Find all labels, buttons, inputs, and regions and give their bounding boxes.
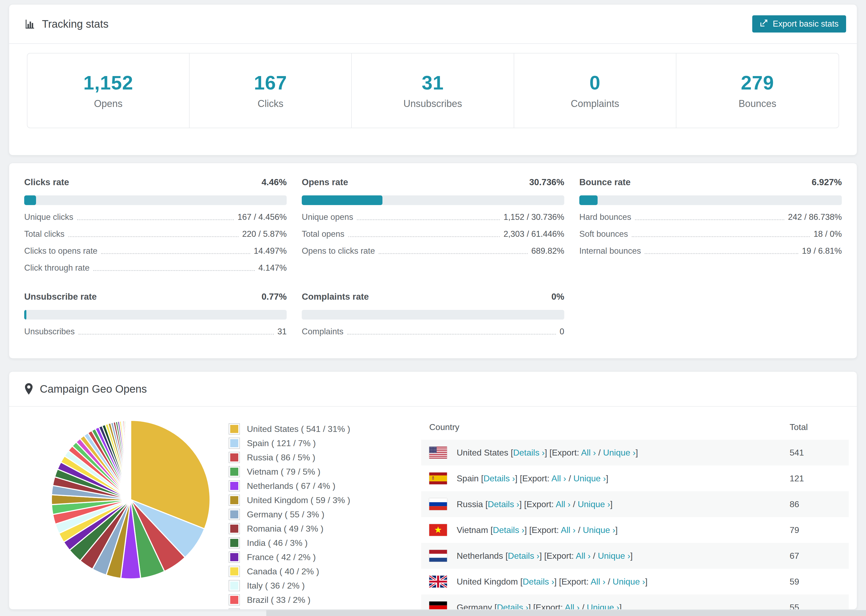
export-all-link[interactable]: All › bbox=[551, 473, 566, 483]
rates-card: Clicks rate 4.46% Unique clicks 167 / 4.… bbox=[9, 163, 857, 358]
geo-legend: United States ( 541 / 31% ) Spain ( 121 … bbox=[228, 414, 411, 610]
rate-head: Unsubscribe rate 0.77% bbox=[24, 292, 287, 302]
stat-cell-complaints: 0 Complaints bbox=[514, 53, 676, 128]
legend-swatch bbox=[228, 452, 240, 463]
column-header-country: Country bbox=[421, 414, 781, 440]
details-link[interactable]: Details › bbox=[483, 473, 515, 483]
legend-swatch bbox=[228, 594, 240, 605]
rate-detail-value: 220 / 5.87% bbox=[242, 229, 287, 239]
rate-block-complaints-rate: Complaints rate 0% Complaints 0 bbox=[302, 292, 564, 336]
legend-label: Canada ( 40 / 2% ) bbox=[247, 567, 319, 577]
country-cell: Netherlands [Details ›] [Export: All › /… bbox=[429, 550, 781, 562]
stat-value: 167 bbox=[254, 72, 287, 94]
stat-label: Bounces bbox=[738, 98, 776, 109]
country-line: Spain [Details ›] [Export: All › / Uniqu… bbox=[457, 473, 608, 484]
country-line: United Kingdom [Details ›] [Export: All … bbox=[457, 577, 648, 587]
legend-item: Italy ( 36 / 2% ) bbox=[228, 580, 411, 591]
flag-es bbox=[429, 473, 447, 484]
export-all-link[interactable]: All › bbox=[576, 551, 590, 561]
summary-stats-box: 1,152 Opens167 Clicks31 Unsubscribes0 Co… bbox=[27, 53, 839, 128]
legend-item: Spain ( 121 / 7% ) bbox=[228, 438, 411, 449]
export-all-link[interactable]: All › bbox=[581, 448, 596, 457]
details-link[interactable]: Details › bbox=[513, 448, 545, 457]
country-cell: United Kingdom [Details ›] [Export: All … bbox=[429, 576, 781, 588]
flag-de bbox=[429, 602, 447, 610]
column-header-total: Total bbox=[781, 414, 849, 440]
country-total: 541 bbox=[781, 440, 849, 465]
progress-bar-fill bbox=[579, 195, 598, 205]
details-link[interactable]: Details › bbox=[497, 603, 528, 610]
flag-us bbox=[429, 447, 447, 459]
geo-table: Country Total United States [Details ›] … bbox=[421, 414, 849, 610]
details-link[interactable]: Details › bbox=[523, 577, 554, 586]
country-name: United States bbox=[457, 448, 508, 457]
details-link[interactable]: Details › bbox=[508, 551, 539, 561]
rate-title: Clicks rate bbox=[24, 177, 69, 187]
details-link[interactable]: Details › bbox=[493, 525, 524, 535]
export-all-link[interactable]: All › bbox=[590, 577, 605, 586]
table-row-germany: Germany [Details ›] [Export: All › / Uni… bbox=[421, 594, 849, 610]
export-unique-link[interactable]: Unique › bbox=[583, 525, 615, 535]
legend-item: United Kingdom ( 59 / 3% ) bbox=[228, 495, 411, 506]
horizontal-scrollbar-thumb[interactable] bbox=[266, 610, 866, 616]
export-all-link[interactable]: All › bbox=[556, 499, 570, 509]
country-name: Russia bbox=[457, 499, 483, 509]
legend-label: United States ( 541 / 31% ) bbox=[247, 424, 350, 434]
legend-item: Russia ( 86 / 5% ) bbox=[228, 452, 411, 463]
export-unique-link[interactable]: Unique › bbox=[598, 551, 630, 561]
export-unique-link[interactable]: Unique › bbox=[603, 448, 636, 457]
export-unique-link[interactable]: Unique › bbox=[587, 603, 619, 610]
geo-table-body: United States [Details ›] [Export: All ›… bbox=[421, 440, 849, 610]
rate-block-unsubscribe-rate: Unsubscribe rate 0.77% Unsubscribes 31 bbox=[24, 292, 287, 336]
legend-label: Russia ( 86 / 5% ) bbox=[247, 453, 315, 462]
rate-block-opens-rate: Opens rate 30.736% Unique opens 1,152 / … bbox=[302, 177, 564, 273]
rate-title: Unsubscribe rate bbox=[24, 292, 97, 302]
legend-label: United Kingdom ( 59 / 3% ) bbox=[247, 495, 350, 505]
tracking-stats-card: Tracking stats Export basic stats 1,152 … bbox=[9, 4, 857, 156]
legend-swatch bbox=[228, 608, 240, 610]
legend-label: Spain ( 121 / 7% ) bbox=[247, 438, 316, 448]
export-button-label: Export basic stats bbox=[773, 19, 839, 29]
legend-label: India ( 46 / 3% ) bbox=[247, 538, 308, 548]
legend-item: Brazil ( 33 / 2% ) bbox=[228, 594, 411, 605]
rate-detail-row: Opens to clicks rate 689.82% bbox=[302, 246, 564, 256]
rate-detail-label: Internal bounces bbox=[579, 246, 641, 256]
legend-label: Vietnam ( 79 / 5% ) bbox=[247, 467, 320, 477]
map-pin-icon bbox=[24, 383, 33, 395]
page-title: Tracking stats bbox=[42, 18, 109, 30]
country-line: Germany [Details ›] [Export: All › / Uni… bbox=[457, 603, 622, 610]
geo-body: United States ( 541 / 31% ) Spain ( 121 … bbox=[9, 407, 857, 610]
rate-detail-label: Total clicks bbox=[24, 229, 65, 239]
legend-swatch bbox=[228, 466, 240, 477]
export-basic-stats-button[interactable]: Export basic stats bbox=[752, 15, 846, 33]
dotted-leader bbox=[348, 236, 500, 237]
rate-detail-value: 4.147% bbox=[258, 263, 287, 273]
export-unique-link[interactable]: Unique › bbox=[573, 473, 606, 483]
legend-item: Vietnam ( 79 / 5% ) bbox=[228, 466, 411, 477]
legend-label: Romania ( 49 / 3% ) bbox=[247, 524, 324, 534]
country-total: 86 bbox=[781, 491, 849, 517]
export-unique-link[interactable]: Unique › bbox=[612, 577, 645, 586]
geo-pie-chart[interactable] bbox=[50, 419, 211, 580]
dotted-leader bbox=[645, 253, 798, 254]
dashboard-page: Tracking stats Export basic stats 1,152 … bbox=[0, 0, 866, 610]
rate-head: Complaints rate 0% bbox=[302, 292, 564, 302]
rate-detail-row: Total clicks 220 / 5.87% bbox=[24, 229, 287, 239]
country-cell: Spain [Details ›] [Export: All › / Uniqu… bbox=[429, 473, 781, 484]
details-link[interactable]: Details › bbox=[488, 499, 519, 509]
dotted-leader bbox=[79, 334, 274, 335]
rate-detail-row: Internal bounces 19 / 6.81% bbox=[579, 246, 842, 256]
legend-label: Brazil ( 33 / 2% ) bbox=[247, 595, 311, 605]
rate-detail-value: 31 bbox=[277, 327, 287, 336]
country-line: Netherlands [Details ›] [Export: All › /… bbox=[457, 551, 633, 561]
legend-label: South Africa ( 29 / 2% ) bbox=[247, 609, 335, 610]
dotted-leader bbox=[68, 236, 239, 237]
rate-detail-value: 14.497% bbox=[254, 246, 287, 256]
rate-detail-label: Complaints bbox=[302, 327, 343, 336]
rate-detail-label: Total opens bbox=[302, 229, 345, 239]
dotted-leader bbox=[77, 219, 234, 220]
stat-label: Complaints bbox=[571, 98, 619, 109]
export-unique-link[interactable]: Unique › bbox=[578, 499, 610, 509]
export-all-link[interactable]: All › bbox=[565, 603, 579, 610]
export-all-link[interactable]: All › bbox=[561, 525, 576, 535]
